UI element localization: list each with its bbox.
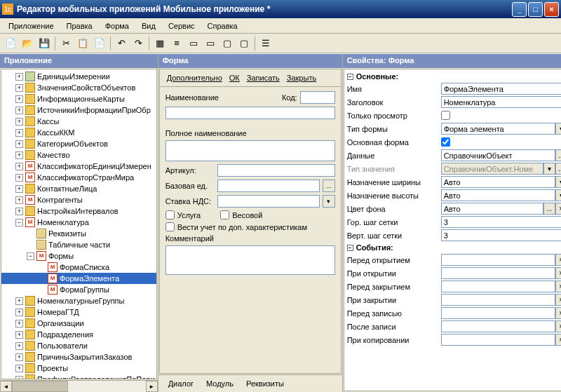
expand-icon[interactable]: + [15, 196, 23, 204]
pval-bgcolor-lookup[interactable]: ... [543, 203, 555, 215]
tree-row[interactable]: +Кассы [1, 116, 156, 127]
tb-grid-icon[interactable]: ▦ [152, 36, 168, 51]
pval-bgcolor[interactable] [441, 203, 543, 215]
collapse-icon[interactable]: − [15, 219, 23, 227]
btn-baseunit-lookup[interactable]: ... [323, 180, 335, 192]
expand-icon[interactable]: + [15, 208, 23, 215]
pval-afterwrite-clear[interactable]: × [555, 320, 561, 332]
expand-icon[interactable]: + [15, 118, 23, 126]
expand-icon[interactable]: + [15, 140, 23, 148]
cb-weight[interactable] [220, 210, 229, 219]
expand-icon[interactable]: + [15, 342, 23, 350]
tb-layout1-icon[interactable]: ▭ [186, 36, 201, 51]
tree-row[interactable]: +КонтактныеЛица [1, 183, 156, 194]
pval-oncopy-clear[interactable]: × [555, 334, 561, 346]
expand-icon[interactable]: + [15, 107, 23, 114]
scroll-left-icon[interactable]: ◄ [0, 381, 12, 392]
tree-row[interactable]: +КлассификаторЕдиницИзмерен [1, 161, 156, 172]
expand-icon[interactable]: + [15, 73, 23, 81]
pval-wassign-dd[interactable]: ▾ [555, 176, 561, 188]
menu-service[interactable]: Сервис [163, 20, 201, 32]
tree-row[interactable]: Табличные части [1, 239, 156, 250]
tree-row[interactable]: −Формы [1, 250, 156, 262]
tree-row[interactable]: +Контрагенты [1, 194, 156, 205]
pval-title[interactable] [441, 96, 561, 108]
pval-name[interactable] [441, 83, 561, 95]
tb-save-icon[interactable]: 💾 [36, 36, 52, 51]
expand-icon[interactable]: + [15, 163, 23, 170]
tree-row[interactable]: +КассыККМ [1, 127, 156, 138]
tree-row[interactable]: +ЗначенияСвойствОбъектов [1, 82, 156, 93]
tree-row[interactable]: +НоменклатурныеГруппы [1, 295, 156, 306]
pval-onopen-clear[interactable]: × [555, 267, 561, 279]
expand-icon[interactable]: + [15, 331, 23, 339]
tb-redo-icon[interactable]: ↷ [130, 36, 146, 51]
expand-icon[interactable]: + [15, 185, 23, 193]
collapse-icon[interactable]: − [27, 252, 34, 260]
pval-onclose[interactable] [441, 294, 555, 306]
input-name[interactable] [165, 107, 335, 119]
tree-row[interactable]: +ИсточникиИнформацииПриОбр [1, 104, 156, 116]
pval-onclose-clear[interactable]: × [555, 294, 561, 306]
tb-copy-icon[interactable]: 📋 [75, 36, 90, 51]
expand-icon[interactable]: + [15, 95, 23, 103]
expand-icon[interactable]: + [15, 353, 23, 361]
scroll-right-icon[interactable]: ► [146, 381, 158, 392]
maximize-button[interactable]: □ [528, 2, 543, 17]
tb-open-icon[interactable]: 📂 [20, 36, 35, 51]
pval-wassign[interactable] [441, 176, 555, 188]
tree-hscroll[interactable]: ◄ ► [0, 380, 158, 392]
tree-row[interactable]: +ИнформационныеКарты [1, 93, 156, 104]
section-main[interactable]: −Основные: [347, 71, 561, 82]
tree-row[interactable]: +КатегорииОбъектов [1, 138, 156, 149]
close-button[interactable]: × [544, 2, 559, 17]
menu-help[interactable]: Справка [202, 20, 243, 32]
section-toggle-icon[interactable]: − [347, 74, 353, 80]
tb-undo-icon[interactable]: ↶ [114, 36, 129, 51]
pval-beforewrite[interactable] [441, 307, 555, 319]
pval-data-lookup[interactable]: ... [555, 149, 561, 161]
input-baseunit[interactable] [217, 180, 320, 192]
tree-row[interactable]: −Номенклатура [1, 217, 156, 228]
pval-vstep[interactable] [441, 229, 561, 241]
menu-form[interactable]: Форма [100, 20, 135, 32]
tree-row[interactable]: ФормаГруппы [1, 284, 156, 295]
tab-details[interactable]: Реквизиты [241, 378, 290, 389]
tree-row[interactable]: +ПрофилиРаспределенияПоПери [1, 374, 156, 379]
pval-formtype[interactable] [441, 123, 555, 135]
section-toggle-icon[interactable]: − [347, 245, 353, 251]
tree-row[interactable]: ФормаСписка [1, 262, 156, 273]
tree-row[interactable]: +Качество [1, 149, 156, 161]
pval-onopen[interactable] [441, 267, 555, 279]
input-fullname[interactable] [165, 140, 335, 161]
cb-service[interactable] [165, 210, 175, 219]
tb-align-icon[interactable]: ≡ [169, 36, 184, 51]
btn-ok[interactable]: ОК [227, 72, 243, 83]
btn-extra[interactable]: Дополнительно [164, 72, 225, 83]
expand-icon[interactable]: + [15, 309, 23, 316]
tree-row[interactable]: ФормаЭлемента [1, 273, 156, 284]
expand-icon[interactable]: + [15, 174, 23, 182]
pval-valtype-dd[interactable]: ▾ [543, 163, 555, 175]
pval-oncopy[interactable] [441, 334, 555, 346]
input-code[interactable] [300, 91, 335, 104]
tab-dialog[interactable]: Диалог [163, 378, 199, 389]
btn-write[interactable]: Записать [244, 72, 283, 83]
pval-valtype-lookup[interactable]: ... [555, 163, 561, 175]
pval-data[interactable] [441, 149, 555, 161]
expand-icon[interactable]: + [15, 129, 23, 137]
menu-edit[interactable]: Правка [61, 20, 98, 32]
scroll-thumb[interactable] [12, 381, 68, 392]
pval-mainform[interactable] [441, 137, 450, 147]
pval-beforeclose-clear[interactable]: × [555, 281, 561, 292]
section-events[interactable]: −События: [347, 242, 561, 253]
pval-formtype-dd[interactable]: ▾ [555, 123, 561, 135]
expand-icon[interactable]: + [15, 365, 23, 372]
tree-row[interactable]: +Проекты [1, 363, 156, 374]
pval-beforeclose[interactable] [441, 281, 555, 292]
input-article[interactable] [217, 164, 335, 177]
input-vat[interactable] [217, 195, 320, 208]
pval-hassign[interactable] [441, 189, 555, 201]
cb-extra[interactable] [165, 222, 175, 231]
tb-cut-icon[interactable]: ✂ [58, 36, 74, 51]
